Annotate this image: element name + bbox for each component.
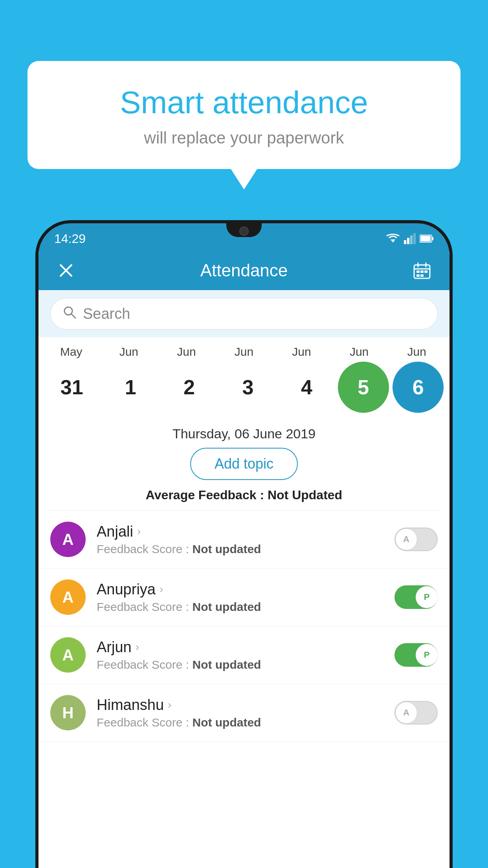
speech-bubble: Smart attendance will replace your paper… [28,61,460,169]
signal-icon [404,233,416,244]
app-top-bar: Attendance [39,251,449,290]
chevron-arjun: › [136,641,139,653]
svg-rect-3 [410,235,413,244]
phone-camera [239,226,249,236]
wifi-icon [386,233,400,244]
avatar-himanshu: H [50,695,86,730]
svg-line-20 [72,314,75,318]
feedback-anjali: Feedback Score : Not updated [97,542,394,556]
add-topic-button[interactable]: Add topic [190,448,298,480]
svg-rect-18 [420,274,424,277]
selected-date: Thursday, 06 June 2019 [39,417,449,448]
student-list: A Anjali › Feedback Score : Not updated … [39,511,449,742]
phone-notch [226,223,262,237]
date-3[interactable]: 3 [220,362,275,413]
svg-rect-7 [420,236,431,241]
avatar-anjali: A [50,522,86,557]
phone-inner: 14:29 [39,223,449,868]
month-5: Jun [332,345,387,359]
toggle-arjun[interactable]: P [394,643,438,667]
status-icons [386,233,434,244]
feedback-anupriya: Feedback Score : Not updated [97,600,394,614]
chevron-himanshu: › [168,699,171,711]
toggle-himanshu[interactable]: A [394,701,438,725]
student-info-himanshu: Himanshu › Feedback Score : Not updated [97,697,394,729]
dates-row: 31 1 2 3 4 5 6 [42,362,446,413]
close-button[interactable] [54,259,78,282]
chevron-anupriya: › [160,583,163,596]
app-title: Attendance [90,261,398,280]
chevron-anjali: › [137,525,141,538]
svg-rect-16 [424,270,427,273]
student-item-himanshu: H Himanshu › Feedback Score : Not update… [39,684,449,742]
search-bar[interactable]: Search [50,298,438,329]
month-3: Jun [216,345,272,359]
date-5-today[interactable]: 5 [338,362,389,413]
app-screen: Attendance [39,251,449,868]
phone-frame: 14:29 [35,220,453,868]
student-item-arjun: A Arjun › Feedback Score : Not updated P [39,626,449,684]
calendar-strip: May Jun Jun Jun Jun Jun Jun 31 1 2 3 4 5… [39,337,449,417]
student-name-anupriya[interactable]: Anupriya › [97,581,394,598]
search-input[interactable]: Search [83,305,130,322]
months-row: May Jun Jun Jun Jun Jun Jun [42,345,446,362]
avg-feedback-label: Average Feedback : [146,488,268,502]
student-info-arjun: Arjun › Feedback Score : Not updated [97,639,394,671]
student-name-himanshu[interactable]: Himanshu › [97,697,394,714]
month-1: Jun [101,345,156,359]
feedback-himanshu: Feedback Score : Not updated [97,716,394,729]
calendar-button[interactable] [410,259,434,282]
avatar-anupriya: A [50,579,86,615]
student-info-anupriya: Anupriya › Feedback Score : Not updated [97,581,394,614]
date-6-selected[interactable]: 6 [393,362,444,413]
month-6: Jun [389,345,444,359]
svg-rect-6 [432,237,433,240]
student-info-anjali: Anjali › Feedback Score : Not updated [97,523,394,556]
speech-bubble-heading: Smart attendance [59,85,429,121]
avg-feedback-value: Not Updated [268,488,342,502]
month-2: Jun [159,345,214,359]
date-4[interactable]: 4 [279,362,334,413]
speech-bubble-container: Smart attendance will replace your paper… [28,61,460,169]
battery-icon [420,234,434,243]
svg-rect-2 [407,238,409,244]
student-name-arjun[interactable]: Arjun › [97,639,394,656]
svg-rect-15 [420,270,424,273]
month-4: Jun [274,345,329,359]
student-name-anjali[interactable]: Anjali › [97,523,394,540]
month-0: May [44,345,99,359]
svg-marker-0 [391,239,395,243]
date-1[interactable]: 1 [103,362,158,413]
search-container: Search [39,290,449,337]
avg-feedback: Average Feedback : Not Updated [39,488,449,510]
svg-rect-4 [413,233,416,244]
feedback-arjun: Feedback Score : Not updated [97,658,394,671]
student-item-anjali: A Anjali › Feedback Score : Not updated … [39,511,449,568]
date-2[interactable]: 2 [162,362,217,413]
svg-rect-1 [404,240,406,244]
svg-rect-14 [416,270,420,273]
search-icon [62,305,77,323]
svg-rect-17 [416,274,420,277]
date-31[interactable]: 31 [44,362,99,413]
toggle-anupriya[interactable]: P [394,585,438,609]
speech-bubble-subtext: will replace your paperwork [59,129,429,147]
toggle-anjali[interactable]: A [394,528,438,551]
avatar-arjun: A [50,637,86,673]
status-time: 14:29 [54,232,86,246]
student-item-anupriya: A Anupriya › Feedback Score : Not update… [39,568,449,626]
